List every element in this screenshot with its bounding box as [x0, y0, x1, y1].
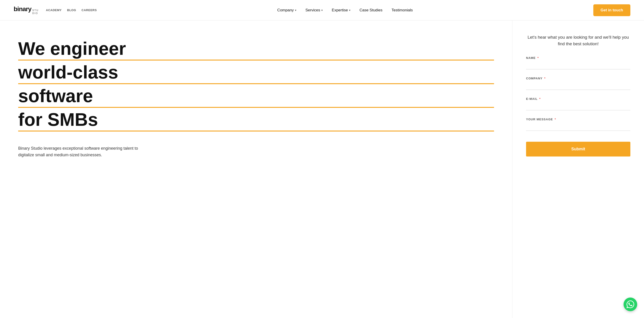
logo-binary-text: binary [14, 6, 31, 13]
hero-line-3: software [18, 86, 494, 108]
form-subtitle: Let's hear what you are looking for and … [526, 34, 630, 47]
hero-line-4: for SMBs [18, 110, 494, 131]
hero-line-2: world-class [18, 62, 494, 84]
contact-form: NAME * COMPANY * E-MAIL * [526, 56, 630, 156]
main-navigation: Company ▾ Services ▾ Expertise ▾ Case St… [277, 8, 413, 13]
logo-studio-bottom: DIO [32, 12, 39, 15]
hero-heading: We engineer world-class software for SMB… [18, 39, 494, 131]
contact-form-panel: Let's hear what you are looking for and … [512, 21, 644, 318]
email-field-group: E-MAIL * [526, 97, 630, 110]
whatsapp-icon [626, 300, 634, 308]
nav-blog[interactable]: BLOG [67, 9, 76, 12]
message-input[interactable] [526, 123, 630, 131]
message-field-group: YOUR MESSAGE * [526, 118, 630, 131]
hero-line-1: We engineer [18, 39, 494, 61]
logo[interactable]: binary STU DIO [14, 6, 39, 15]
email-input[interactable] [526, 102, 630, 110]
logo-studio-top: STU [32, 9, 39, 12]
chevron-down-icon: ▾ [321, 9, 323, 12]
name-label: NAME * [526, 56, 630, 60]
company-field-group: COMPANY * [526, 77, 630, 90]
nav-academy[interactable]: ACADEMY [46, 9, 62, 12]
header-left: binary STU DIO ACADEMY BLOG CAREERS [14, 6, 97, 15]
nav-company[interactable]: Company ▾ [277, 8, 296, 13]
company-label: COMPANY * [526, 77, 630, 80]
email-required-indicator: * [539, 97, 540, 101]
nav-expertise[interactable]: Expertise ▾ [332, 8, 350, 13]
sub-navigation: ACADEMY BLOG CAREERS [46, 9, 97, 12]
chevron-down-icon: ▾ [295, 9, 296, 12]
submit-button[interactable]: Submit [526, 142, 630, 156]
company-required-indicator: * [544, 77, 546, 80]
get-in-touch-button[interactable]: Get in touch [593, 4, 630, 16]
hero-description: Binary Studio leverages exceptional soft… [18, 145, 154, 158]
nav-testimonials[interactable]: Testimonials [392, 8, 413, 13]
nav-services[interactable]: Services ▾ [306, 8, 323, 13]
name-input[interactable] [526, 61, 630, 69]
chevron-down-icon: ▾ [349, 9, 350, 12]
logo-studio-wrap: STU DIO [32, 9, 39, 15]
nav-careers[interactable]: CAREERS [82, 9, 97, 12]
email-label: E-MAIL * [526, 97, 630, 101]
hero-section: We engineer world-class software for SMB… [0, 21, 512, 318]
nav-case-studies[interactable]: Case Studies [360, 8, 382, 13]
whatsapp-button[interactable] [624, 297, 637, 311]
name-field-group: NAME * [526, 56, 630, 69]
message-label: YOUR MESSAGE * [526, 118, 630, 121]
message-required-indicator: * [555, 118, 556, 121]
company-input[interactable] [526, 82, 630, 90]
name-required-indicator: * [538, 56, 539, 60]
